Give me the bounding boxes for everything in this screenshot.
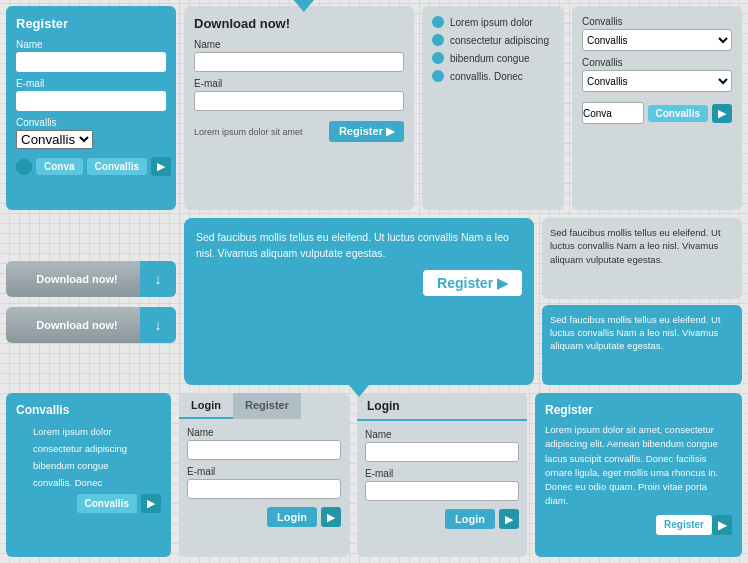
- arrow-right-btn2[interactable]: ▶: [712, 104, 732, 123]
- list-item: convallis. Donec: [432, 70, 554, 82]
- download-panel: Download now! Name E-mail Lorem ipsum do…: [184, 6, 414, 210]
- download-title: Download now!: [194, 16, 404, 31]
- list-item: Lorem ipsum dolor: [16, 425, 161, 437]
- register-panel: Register Name E-mail Convallis Convallis…: [6, 6, 176, 210]
- name-label2: Name: [194, 39, 404, 50]
- login2-arrow-button[interactable]: ▶: [499, 509, 519, 529]
- login-button[interactable]: Login: [267, 507, 317, 527]
- login-register-tabs-panel: Login Register Name E-mail Login ▶: [179, 393, 349, 557]
- circle-bullet: [16, 159, 32, 175]
- register-tab[interactable]: Register: [233, 393, 301, 419]
- name-label: Name: [16, 39, 166, 50]
- convallis-label: Convallis: [16, 117, 166, 128]
- email-label: E-mail: [16, 78, 166, 89]
- list-item: bibendum congue: [16, 459, 161, 471]
- bullet-icon: [16, 476, 28, 488]
- speech-bubble: Sed faucibus mollis tellus eu eleifend. …: [184, 218, 534, 385]
- conva-button[interactable]: Conva: [36, 158, 83, 175]
- convallis-label1: Convallis: [582, 16, 732, 27]
- speech-register-button[interactable]: Register ▶: [423, 270, 522, 296]
- login-tab[interactable]: Login: [179, 393, 233, 419]
- conv-list-title: Convallis: [16, 403, 161, 417]
- download-arrow-icon-2: ↓: [140, 307, 176, 343]
- login2-header: Login: [357, 393, 527, 421]
- download-btn-1[interactable]: Download now! ↓: [6, 261, 176, 297]
- tab-header: Login Register: [179, 393, 349, 419]
- download-arrow-icon-1: ↓: [140, 261, 176, 297]
- bullet-icon: [432, 52, 444, 64]
- arrow-right-button[interactable]: ▶: [151, 157, 171, 176]
- list-panel: Lorem ipsum dolor consectetur adipiscing…: [422, 6, 564, 210]
- tooltip-top: Sed faucibus mollis tellus eu eleifend. …: [542, 218, 742, 299]
- download-name-input[interactable]: [194, 52, 404, 72]
- name-label3: Name: [187, 427, 341, 438]
- convallis-panel: Convallis Convallis Convallis Convallis …: [572, 6, 742, 210]
- email-label4: E-mail: [365, 468, 519, 479]
- bullet-icon: [16, 425, 28, 437]
- tooltip-bottom: Sed faucibus mollis tellus eu eleifend. …: [542, 305, 742, 386]
- email-label2: E-mail: [194, 78, 404, 89]
- bullet-icon: [16, 442, 28, 454]
- name-label4: Name: [365, 429, 519, 440]
- lorem-text: Lorem ipsum dolor sit amet: [194, 127, 303, 137]
- conv-list-button[interactable]: Convallis: [77, 494, 137, 513]
- register-text-panel: Register Lorem ipsum dolor sit amet, con…: [535, 393, 742, 557]
- download-btn-1-label: Download now!: [6, 273, 140, 285]
- reg-title: Register: [545, 403, 732, 417]
- email-input[interactable]: [16, 91, 166, 111]
- login-arrow-button[interactable]: ▶: [321, 507, 341, 527]
- list-item: consectetur adipiscing: [432, 34, 554, 46]
- speech-text: Sed faucibus mollis tellus eu eleifend. …: [196, 230, 522, 262]
- speech-arrow-icon: [349, 385, 369, 397]
- convallis-select1[interactable]: Convallis: [582, 29, 732, 51]
- bullet-icon: [432, 16, 444, 28]
- list-item: Lorem ipsum dolor: [432, 16, 554, 28]
- reg-text: Lorem ipsum dolor sit amet, consectetur …: [545, 423, 732, 509]
- convallis-list-panel: Convallis Lorem ipsum dolor consectetur …: [6, 393, 171, 557]
- list-item: convallis. Donec: [16, 476, 161, 488]
- reg-button[interactable]: Register: [656, 515, 712, 535]
- reg-arrow-button[interactable]: ▶: [712, 515, 732, 535]
- bullet-icon: [432, 70, 444, 82]
- convallis-btn2[interactable]: Convallis: [648, 105, 708, 122]
- convallis-select[interactable]: Convallis: [16, 130, 93, 149]
- login2-button[interactable]: Login: [445, 509, 495, 529]
- tooltips-column: Sed faucibus mollis tellus eu eleifend. …: [542, 218, 742, 385]
- arrow-down-icon: [292, 0, 316, 12]
- convallis-label2: Convallis: [582, 57, 732, 68]
- list-item: bibendum congue: [432, 52, 554, 64]
- tooltip-top-text: Sed faucibus mollis tellus eu eleifend. …: [550, 226, 734, 266]
- register-title: Register: [16, 16, 166, 31]
- login-only-panel: Login Name E-mail Login ▶: [357, 393, 527, 557]
- bullet-icon: [16, 459, 28, 471]
- conv-list-arrow[interactable]: ▶: [141, 494, 161, 513]
- conva-input[interactable]: [582, 102, 644, 124]
- name-input[interactable]: [16, 52, 166, 72]
- login2-name-input[interactable]: [365, 442, 519, 462]
- convallis-button[interactable]: Convallis: [87, 158, 147, 175]
- download-btn-2[interactable]: Download now! ↓: [6, 307, 176, 343]
- download-email-input[interactable]: [194, 91, 404, 111]
- login-name-input[interactable]: [187, 440, 341, 460]
- download-buttons-panel: Download now! ↓ Download now! ↓: [6, 218, 176, 385]
- email-label3: E-mail: [187, 466, 341, 477]
- list-item: consectetur adipiscing: [16, 442, 161, 454]
- bullet-icon: [432, 34, 444, 46]
- convallis-select2[interactable]: Convallis: [582, 70, 732, 92]
- login2-email-input[interactable]: [365, 481, 519, 501]
- tooltip-bottom-text: Sed faucibus mollis tellus eu eleifend. …: [550, 313, 734, 353]
- login-email-input[interactable]: [187, 479, 341, 499]
- download-register-button[interactable]: Register ▶: [329, 121, 404, 142]
- download-btn-2-label: Download now!: [6, 319, 140, 331]
